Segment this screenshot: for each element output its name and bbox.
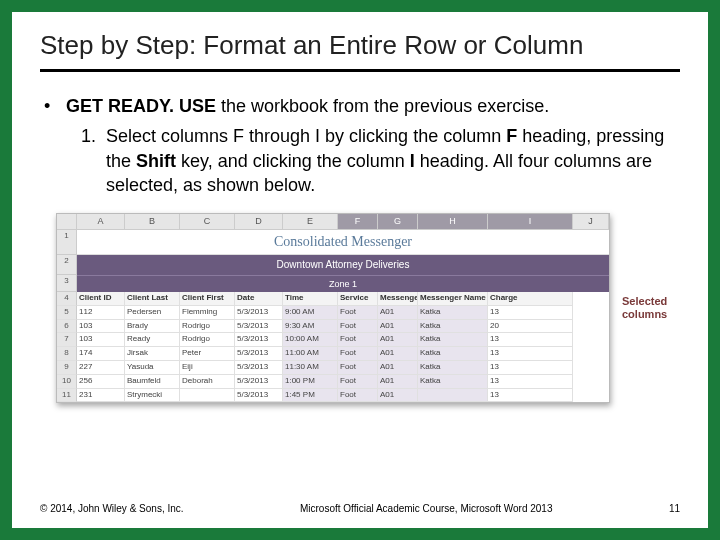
- step-1: 1. Select columns F through I by clickin…: [78, 124, 680, 197]
- content-area: • GET READY. USE the workbook from the p…: [40, 94, 680, 403]
- column-headers: ABCDEFGHIJ: [57, 214, 609, 229]
- t: F: [506, 126, 517, 146]
- bullet-marker: •: [40, 94, 66, 118]
- row-number: 2: [57, 255, 77, 275]
- t: Select columns F through I by clicking t…: [106, 126, 506, 146]
- excel-screenshot: ABCDEFGHIJ 1 Consolidated Messenger 2 Do…: [56, 213, 610, 403]
- footer-page-number: 11: [669, 503, 680, 514]
- slide-title: Step by Step: Format an Entire Row or Co…: [40, 30, 680, 72]
- bullet-lead: GET READY. USE: [66, 96, 216, 116]
- row-number: 1: [57, 230, 77, 256]
- footer-copyright: © 2014, John Wiley & Sons, Inc.: [40, 503, 184, 514]
- step-number: 1.: [78, 124, 106, 197]
- t: Shift: [136, 151, 176, 171]
- sheet-title: Consolidated Messenger: [77, 230, 609, 256]
- header-row: 4Client IDClient LastClient FirstDateTim…: [57, 292, 609, 306]
- footer: © 2014, John Wiley & Sons, Inc. Microsof…: [40, 503, 680, 514]
- bullet-text: GET READY. USE the workbook from the pre…: [66, 94, 680, 118]
- t: key, and clicking the column: [176, 151, 410, 171]
- bullet-rest: the workbook from the previous exercise.: [216, 96, 549, 116]
- sheet-zone: Zone 1: [77, 275, 609, 292]
- step-text: Select columns F through I by clicking t…: [106, 124, 680, 197]
- footer-course: Microsoft Official Academic Course, Micr…: [184, 503, 669, 514]
- data-rows: 5112PedersenFlemming5/3/20139:00 AMFootA…: [57, 306, 609, 403]
- callout-label: Selected columns: [622, 295, 667, 321]
- figure: ABCDEFGHIJ 1 Consolidated Messenger 2 Do…: [40, 213, 680, 403]
- row-number: 3: [57, 275, 77, 292]
- bullet-item: • GET READY. USE the workbook from the p…: [40, 94, 680, 118]
- slide: Step by Step: Format an Entire Row or Co…: [12, 12, 708, 528]
- sheet-subtitle: Downtown Attorney Deliveries: [77, 255, 609, 275]
